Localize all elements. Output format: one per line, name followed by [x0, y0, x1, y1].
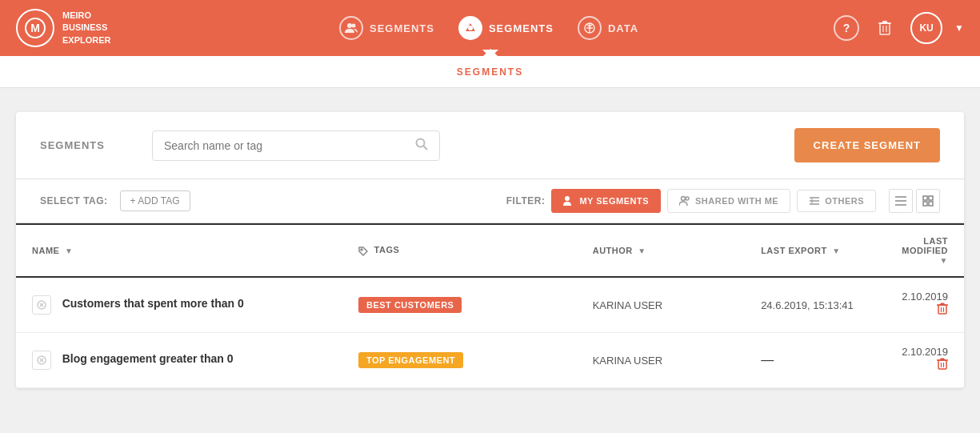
svg-rect-24 — [923, 196, 927, 200]
col-header-name[interactable]: NAME ▼ — [16, 224, 342, 277]
modified-sort-icon: ▼ — [940, 256, 948, 265]
main-content: SEGMENTS CREATE SEGMENT SELECT TAG: + AD… — [0, 88, 980, 412]
row2-tags-cell: TOP ENGAGEMENT — [342, 333, 577, 388]
filter-others[interactable]: OTHERS — [797, 190, 876, 212]
row1-tag-badge[interactable]: BEST CUSTOMERS — [358, 297, 462, 313]
svg-point-3 — [351, 24, 355, 28]
delete-button[interactable] — [871, 14, 898, 42]
segments-header: SEGMENTS CREATE SEGMENT — [16, 112, 964, 179]
user-dropdown-arrow[interactable]: ▼ — [954, 22, 964, 34]
svg-rect-7 — [880, 23, 890, 34]
search-input[interactable] — [164, 139, 409, 152]
logo-area: M MEIRO BUSINESS EXPLORER — [16, 9, 144, 47]
row2-tag-badge[interactable]: TOP ENGAGEMENT — [358, 352, 463, 368]
row1-export-cell: 24.6.2019, 15:13:41 — [745, 277, 886, 333]
add-tag-button[interactable]: + ADD TAG — [120, 190, 190, 211]
author-sort-icon: ▼ — [638, 247, 646, 255]
nav-item-data[interactable]: DATA — [578, 16, 638, 40]
svg-point-16 — [686, 197, 689, 200]
svg-rect-25 — [929, 196, 933, 200]
svg-rect-40 — [938, 360, 946, 369]
filter-section: FILTER: MY SEGMENTS SHARED WITH ME — [506, 189, 940, 213]
grid-view-button[interactable] — [916, 189, 940, 213]
table-row: Customers that spent more than 0 BEST CU… — [16, 277, 964, 333]
filter-my-segments[interactable]: MY SEGMENTS — [551, 189, 661, 213]
name-sort-icon: ▼ — [65, 247, 73, 255]
col-header-author[interactable]: AUTHOR ▼ — [577, 224, 745, 277]
col-header-last-modified[interactable]: LAST MODIFIED ▼ — [886, 224, 964, 277]
svg-point-5 — [468, 26, 473, 30]
list-view-button[interactable] — [889, 189, 913, 213]
row1-author-cell: KARINA USER — [577, 277, 745, 333]
table-row: Blog engagement greater than 0 TOP ENGAG… — [16, 333, 964, 388]
row1-name: Customers that spent more than 0 — [62, 297, 244, 310]
filter-label: FILTER: — [506, 195, 546, 206]
col-header-last-export[interactable]: LAST EXPORT ▼ — [745, 224, 886, 277]
search-icon — [415, 138, 428, 154]
nav-items: SEGMENTS SEGMENTS DATA — [144, 16, 834, 40]
row2-export-cell: — — [745, 333, 886, 388]
row1-author: KARINA USER — [593, 299, 662, 311]
svg-line-13 — [424, 146, 428, 150]
segments-card: SEGMENTS CREATE SEGMENT SELECT TAG: + AD… — [16, 112, 964, 388]
row1-modified-cell: 2.10.2019 — [886, 277, 964, 333]
export-sort-icon: ▼ — [832, 247, 840, 255]
row1-name-cell: Customers that spent more than 0 — [16, 277, 342, 333]
svg-rect-26 — [923, 202, 927, 206]
row1-delete-icon[interactable] — [937, 303, 948, 319]
nav-item-segments[interactable]: SEGMENTS — [458, 16, 554, 40]
user-avatar[interactable]: KU — [910, 12, 942, 44]
svg-rect-27 — [929, 202, 933, 206]
data-label: DATA — [608, 22, 638, 34]
breadcrumb-bar: SEGMENTS — [0, 56, 980, 88]
row2-last-modified: 2.10.2019 — [902, 346, 948, 358]
row2-name: Blog engagement greater than 0 — [62, 352, 234, 365]
logo-icon: M — [16, 9, 54, 47]
row1-icon — [32, 295, 51, 315]
tag-row: SELECT TAG: + ADD TAG FILTER: MY SEGMENT… — [16, 179, 964, 223]
svg-rect-9 — [882, 21, 887, 23]
logo-text: MEIRO BUSINESS EXPLORER — [62, 10, 111, 46]
nav-right: ? KU ▼ — [834, 12, 964, 44]
row2-icon — [32, 351, 51, 370]
row2-name-cell: Blog engagement greater than 0 — [16, 333, 342, 388]
segments-icon — [458, 16, 482, 40]
svg-rect-42 — [941, 359, 945, 361]
top-navigation: M MEIRO BUSINESS EXPLORER SEGMENTS — [0, 0, 980, 56]
row1-tags-cell: BEST CUSTOMERS — [342, 277, 577, 333]
row1-last-export: 24.6.2019, 15:13:41 — [761, 299, 854, 311]
breadcrumb-label: SEGMENTS — [457, 66, 523, 78]
svg-point-12 — [417, 138, 425, 146]
row2-last-export: — — [761, 353, 774, 367]
svg-point-2 — [347, 23, 352, 28]
row2-delete-icon[interactable] — [937, 358, 948, 375]
row2-author: KARINA USER — [593, 355, 662, 367]
row2-modified-cell: 2.10.2019 — [886, 333, 964, 388]
col-header-tags: TAGS — [342, 224, 577, 277]
segments-table: NAME ▼ TAGS AUTHOR ▼ — [16, 223, 964, 388]
help-button[interactable]: ? — [834, 15, 859, 41]
filter-shared-with-me[interactable]: SHARED WITH ME — [667, 189, 790, 213]
customers-label: SEGMENTS — [370, 22, 434, 34]
svg-point-14 — [565, 196, 570, 201]
table-header-row: NAME ▼ TAGS AUTHOR ▼ — [16, 224, 964, 277]
view-toggle — [889, 189, 940, 213]
svg-rect-32 — [938, 305, 946, 314]
row1-last-modified: 2.10.2019 — [902, 291, 948, 303]
svg-rect-34 — [941, 303, 945, 306]
svg-point-28 — [361, 249, 362, 251]
row2-author-cell: KARINA USER — [577, 333, 745, 388]
create-segment-button[interactable]: CREATE SEGMENT — [794, 128, 940, 162]
select-tag-label: SELECT TAG: — [40, 195, 108, 206]
customers-icon — [339, 16, 363, 40]
nav-item-customers[interactable]: SEGMENTS — [339, 16, 434, 40]
data-icon — [578, 16, 602, 40]
segments-panel-title: SEGMENTS — [40, 139, 136, 151]
svg-text:M: M — [30, 22, 40, 34]
svg-point-15 — [681, 197, 685, 201]
search-box — [152, 130, 440, 161]
segments-label: SEGMENTS — [489, 22, 554, 34]
